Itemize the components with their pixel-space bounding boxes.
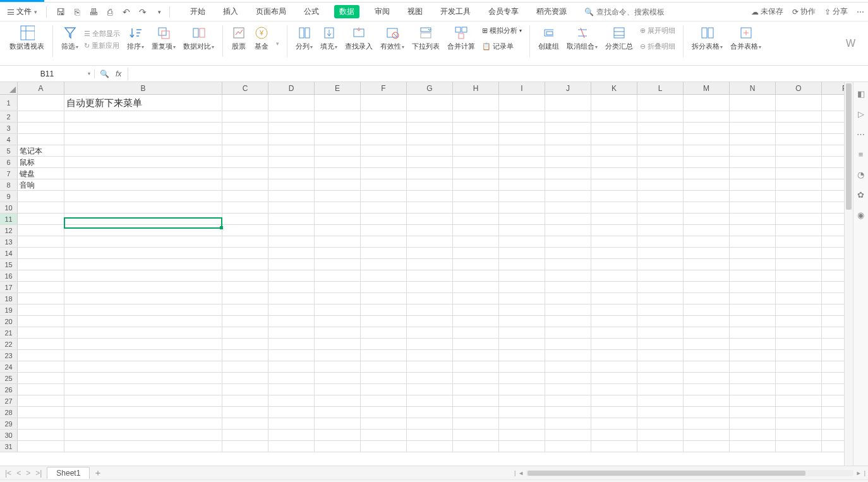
cell[interactable] [730, 293, 776, 304]
fx-search-icon[interactable]: 🔍 [100, 69, 109, 78]
cell[interactable] [499, 270, 545, 281]
cell[interactable] [591, 123, 637, 133]
cell[interactable] [315, 236, 361, 247]
consolidate-button[interactable]: 合并计算 [445, 25, 477, 51]
cell[interactable] [361, 145, 407, 156]
tab-member[interactable]: 会员专享 [486, 5, 521, 18]
cell[interactable] [730, 407, 776, 418]
cell[interactable] [453, 225, 499, 236]
cell[interactable] [499, 350, 545, 361]
cell[interactable] [361, 304, 407, 315]
tab-page-layout[interactable]: 页面布局 [253, 5, 289, 18]
cell[interactable] [407, 270, 453, 281]
cell[interactable] [591, 350, 637, 361]
tab-review[interactable]: 审阅 [372, 5, 392, 18]
cell[interactable] [268, 111, 315, 122]
cell[interactable] [545, 191, 591, 202]
cell[interactable] [637, 350, 684, 361]
cell[interactable] [776, 248, 822, 258]
wps-button[interactable]: W [841, 38, 860, 49]
cell[interactable] [637, 384, 684, 395]
cell[interactable] [684, 134, 730, 145]
cell[interactable] [407, 179, 453, 190]
cell[interactable] [453, 202, 499, 213]
cell[interactable] [776, 157, 822, 167]
cell[interactable] [776, 293, 822, 304]
cell[interactable] [18, 191, 64, 202]
cell[interactable] [684, 418, 730, 429]
cell[interactable] [453, 145, 499, 156]
cell[interactable] [822, 441, 844, 452]
cell[interactable] [684, 407, 730, 418]
cell[interactable] [499, 361, 545, 372]
cell[interactable] [730, 361, 776, 372]
cell[interactable] [822, 373, 844, 383]
cell[interactable] [822, 95, 844, 111]
row-header[interactable]: 29 [0, 418, 18, 429]
reapply-button[interactable]: ↻重新应用 [83, 40, 121, 51]
name-box[interactable]: B11 ▾ [0, 69, 95, 78]
cell[interactable] [637, 95, 684, 111]
row-header[interactable]: 5 [0, 145, 18, 156]
cell[interactable] [407, 248, 453, 258]
cell[interactable] [361, 179, 407, 190]
cell[interactable] [499, 145, 545, 156]
cell[interactable] [407, 214, 453, 224]
cell[interactable] [822, 179, 844, 190]
filter-button[interactable]: 筛选 [59, 25, 80, 51]
row-header[interactable]: 2 [0, 111, 18, 122]
cell[interactable] [222, 304, 268, 315]
cell[interactable] [637, 361, 684, 372]
cell[interactable] [64, 191, 222, 202]
cell[interactable] [730, 304, 776, 315]
cell[interactable] [64, 134, 222, 145]
tab-formulas[interactable]: 公式 [301, 5, 322, 18]
cell[interactable] [822, 293, 844, 304]
cell[interactable] [684, 157, 730, 167]
column-header-O[interactable]: O [776, 82, 822, 94]
cell[interactable] [776, 339, 822, 349]
cell[interactable] [361, 395, 407, 406]
panel-icon-3[interactable]: ⋯ [856, 129, 866, 139]
hscroll-thumb[interactable] [527, 471, 805, 476]
row-header[interactable]: 16 [0, 270, 18, 281]
cell[interactable] [822, 134, 844, 145]
cell[interactable] [222, 236, 268, 247]
cell[interactable] [64, 225, 222, 236]
cell[interactable] [822, 304, 844, 315]
row-header[interactable]: 22 [0, 339, 18, 349]
cell[interactable] [545, 441, 591, 452]
tab-data[interactable]: 数据 [334, 5, 359, 18]
cell[interactable] [730, 157, 776, 167]
cell[interactable] [268, 304, 315, 315]
sheet-prev-icon[interactable]: < [16, 469, 21, 478]
cell[interactable] [18, 316, 64, 327]
cell[interactable] [64, 430, 222, 440]
cell[interactable] [407, 145, 453, 156]
cell[interactable] [361, 191, 407, 202]
cell[interactable] [499, 214, 545, 224]
row-header[interactable]: 25 [0, 373, 18, 383]
cell[interactable] [18, 418, 64, 429]
cell[interactable] [499, 134, 545, 145]
cell[interactable] [499, 418, 545, 429]
cell[interactable] [453, 111, 499, 122]
cell[interactable] [222, 361, 268, 372]
cell[interactable] [499, 316, 545, 327]
cell[interactable] [407, 202, 453, 213]
cell[interactable] [315, 145, 361, 156]
cell[interactable] [453, 361, 499, 372]
cell[interactable] [453, 123, 499, 133]
column-header-H[interactable]: H [453, 82, 499, 94]
column-header-K[interactable]: K [591, 82, 637, 94]
cell[interactable] [545, 214, 591, 224]
row-header[interactable]: 18 [0, 293, 18, 304]
cell[interactable] [776, 418, 822, 429]
cell[interactable] [453, 282, 499, 292]
cell[interactable] [268, 157, 315, 167]
cell[interactable] [637, 225, 684, 236]
cell[interactable] [591, 202, 637, 213]
cell[interactable] [268, 248, 315, 258]
cell[interactable] [64, 236, 222, 247]
cell[interactable] [315, 361, 361, 372]
